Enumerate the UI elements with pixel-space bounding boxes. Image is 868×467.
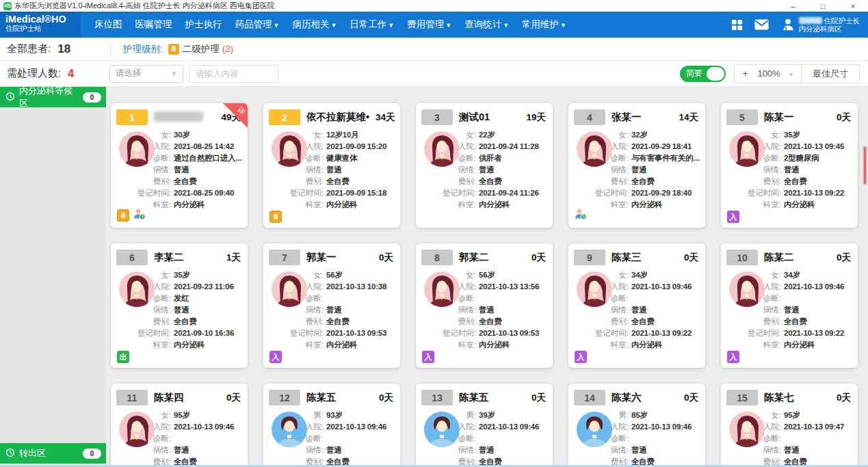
field-value: 2021-10-13 09:22 (784, 187, 844, 199)
brief-mode-toggle[interactable]: 简要 (680, 66, 726, 82)
care-level-icon: Ⅱ (168, 44, 179, 55)
menu-item-3[interactable]: 护士执行 (185, 18, 222, 31)
field-value: 95岁 (174, 410, 190, 421)
vertical-scrollbar[interactable] (863, 146, 867, 185)
menu-item-7[interactable]: 费用管理▼ (407, 18, 451, 31)
menu-item-5[interactable]: 病历相关▼ (292, 18, 337, 31)
field-value: 普通 (326, 304, 342, 316)
stats-bar: 全部患者: 18 护理级别: Ⅱ 二级护理 (2) (0, 38, 868, 61)
minimize-button[interactable]: – (778, 0, 808, 12)
patient-card[interactable]: 10 陈某二 0天 女:34岁入院:2021-10-13 09:46诊断:病情:… (721, 243, 858, 368)
chevron-down-icon: ▼ (274, 22, 280, 29)
chevron-down-icon: ▼ (388, 22, 394, 29)
mail-icon[interactable] (754, 19, 769, 30)
field-value: 内分泌科 (631, 199, 662, 211)
patient-card[interactable]: 4 张某一 14天 女:32岁入院:2021-09-29 18:41诊断:与有害… (568, 103, 705, 228)
card-field-register-time: 登记时间:2021-09-10 16:36 (116, 328, 244, 339)
care-level-filter[interactable]: 二级护理 (183, 43, 220, 55)
maximize-button[interactable]: □ (808, 0, 838, 12)
field-value: 2021-08-25 09:40 (174, 187, 234, 199)
pending-value: 4 (68, 68, 74, 80)
field-value: 普通 (174, 164, 189, 176)
patient-card[interactable]: 11 陈某四 0天 女:95岁入院:2021-10-13 09:46诊断:病情:… (111, 384, 248, 467)
field-label: 费别: (269, 316, 326, 328)
field-value: 2021-09-29 18:40 (631, 187, 692, 199)
menu-item-1[interactable]: 床位图 (94, 18, 122, 31)
patient-avatar (119, 271, 155, 307)
field-value: 普通 (631, 444, 647, 456)
field-value: 35岁 (784, 129, 800, 141)
field-value: 普通 (784, 164, 800, 176)
close-button[interactable]: × (838, 0, 868, 12)
field-value: 2021-10-13 09:46 (326, 421, 386, 433)
redacted-user-name (799, 17, 822, 24)
field-value: 2021-10-13 10:38 (326, 281, 386, 293)
patient-avatar (119, 131, 155, 167)
card-field-fee-type: 费别:全自费 (421, 316, 549, 328)
stay-days: 0天 (837, 252, 851, 264)
sidebar-item-transfer-area[interactable]: 转出区 0 (0, 443, 106, 464)
bed-number-badge: 9 (574, 250, 605, 265)
card-field-fee-type: 费别:全自费 (574, 316, 701, 328)
field-value: 普通 (174, 444, 189, 456)
menu-item-9[interactable]: 常用维护▼ (522, 18, 566, 31)
nav-menu: 床位图医嘱管理护士执行药品管理▼病历相关▼日常工作▼费用管理▼查询统计▼常用维护… (81, 12, 566, 38)
field-value: 2021-10-13 09:46 (479, 421, 539, 433)
patient-card[interactable]: 7 郭某一 0天 女:56岁入院:2021-10-13 10:38诊断:病情:普… (263, 243, 400, 368)
card-field-register-time: 登记时间:2021-10-13 09:53 (269, 328, 396, 339)
menu-item-6[interactable]: 日常工作▼ (350, 18, 394, 31)
user-menu[interactable]: 住院护士长 内分泌科病区 (780, 16, 860, 33)
patient-card[interactable]: 15 陈某七 0天 女:95岁入院:2021-10-13 09:47诊断:病情:… (721, 384, 858, 467)
stay-days: 34天 (376, 111, 395, 124)
admitted-icon: 入 (727, 211, 739, 223)
divider (110, 43, 111, 55)
stay-days: 0天 (684, 392, 698, 404)
filter-select-placeholder: 请选择 (116, 68, 142, 79)
patient-avatar (424, 412, 460, 447)
field-label: 登记时间: (269, 328, 326, 339)
field-label: 科室: (726, 199, 784, 211)
zoom-controls: + 100% - 最佳尺寸 (734, 64, 860, 83)
field-value: 95岁 (784, 410, 800, 421)
field-value: 全自费 (326, 176, 350, 187)
patient-name: 陈某六 (611, 391, 642, 404)
patient-card[interactable]: 详 1 49天 女:30岁入院:2021-08-25 14:42诊断:通过自然腔… (111, 103, 248, 228)
field-label: 登记时间: (421, 187, 479, 199)
field-value: 2021-10-13 09:47 (784, 421, 844, 433)
field-value: 普通 (479, 304, 495, 316)
patient-card[interactable]: 8 郭某二 0天 女:56岁入院:2021-10-13 13:56诊断:病情:普… (416, 243, 553, 368)
patient-card[interactable]: 2 依不拉新莫维• 34天 女:12岁10月入院:2021-09-09 15:2… (263, 103, 400, 228)
patient-card[interactable]: 9 陈某三 0天 女:34岁入院:2021-10-13 09:46诊断:病情:普… (568, 243, 705, 368)
zoom-in-button[interactable]: + (735, 68, 757, 79)
care-level-2-icon: Ⅱ (269, 211, 282, 223)
patient-avatar (729, 271, 765, 307)
menu-item-2[interactable]: 医嘱管理 (135, 18, 172, 31)
main-content: 内分泌科等候区 0 转出区 0 详 1 49天 女:30岁 (0, 87, 868, 467)
menu-item-8[interactable]: 查询统计▼ (464, 18, 509, 31)
field-value: 全自费 (631, 176, 655, 187)
zoom-out-button[interactable]: - (782, 68, 801, 79)
care-level-label: 护理级别: (123, 43, 163, 55)
toggle-knob (707, 67, 724, 81)
search-input[interactable] (189, 65, 278, 83)
best-fit-button[interactable]: 最佳尺寸 (802, 68, 859, 80)
patient-card[interactable]: 14 陈某六 0天 男:85岁入院:2021-10-13 09:46诊断:病情:… (568, 384, 705, 467)
field-value: 93岁 (326, 410, 343, 421)
bed-number-badge: 14 (574, 390, 605, 405)
nurse-clock-icon (133, 208, 146, 223)
field-value: 内分泌科 (784, 339, 815, 351)
field-value: 30岁 (174, 129, 190, 141)
apps-grid-icon[interactable] (731, 19, 743, 31)
patient-card[interactable]: 3 测试01 19天 女:22岁入院:2021-09-24 11:28诊断:供肝… (416, 103, 553, 228)
field-value: 全自费 (784, 316, 807, 328)
patient-card[interactable]: 5 陈某一 0天 女:35岁入院:2021-10-13 09:45诊断:2型糖尿… (721, 103, 858, 228)
patient-card[interactable]: 13 陈某五 0天 男:39岁入院:2021-10-13 09:46诊断:病情:… (416, 384, 553, 467)
patient-card[interactable]: 6 李某二 1天 女:35岁入院:2021-09-23 11:06诊断:发红病情… (111, 243, 248, 368)
patient-card[interactable]: 12 陈某五 0天 男:93岁入院:2021-10-13 09:46诊断:病情:… (263, 384, 400, 467)
menu-item-4[interactable]: 药品管理▼ (235, 18, 280, 31)
patient-avatar (577, 271, 612, 307)
stay-days: 0天 (226, 392, 241, 404)
stay-days: 14天 (679, 111, 698, 124)
sidebar-item-waiting-area[interactable]: 内分泌科等候区 0 (0, 87, 106, 107)
filter-select[interactable]: 请选择 ▼ (109, 65, 183, 83)
